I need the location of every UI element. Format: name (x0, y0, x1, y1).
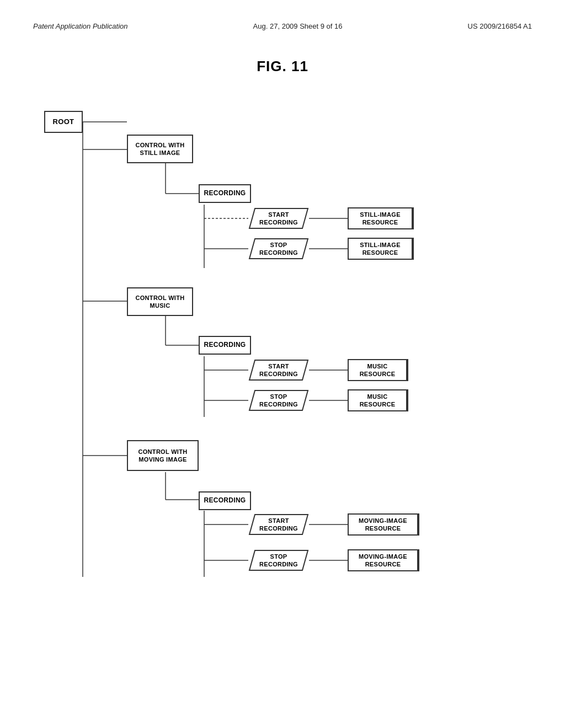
node-start-recording-3: START RECORDING (248, 513, 309, 536)
node-stop-recording-1: STOP RECORDING (248, 238, 309, 260)
node-root: ROOT (44, 111, 83, 133)
node-recording-1: RECORDING (199, 184, 251, 203)
node-recording-2: RECORDING (199, 336, 251, 355)
node-stop-recording-3: STOP RECORDING (248, 549, 309, 571)
node-control-still: CONTROL WITH STILL IMAGE (127, 135, 193, 163)
node-moving-resource-2: MOVING-IMAGE RESOURCE (348, 549, 419, 571)
header-right: US 2009/216854 A1 (468, 22, 532, 30)
header-left: Patent Application Publication (33, 22, 128, 30)
header-center: Aug. 27, 2009 Sheet 9 of 16 (253, 22, 343, 30)
connector-lines (33, 97, 530, 676)
node-moving-resource-1: MOVING-IMAGE RESOURCE (348, 513, 419, 536)
figure-title: FIG. 11 (0, 58, 565, 75)
node-music-resource-1: MUSIC RESOURCE (348, 359, 408, 381)
node-recording-3: RECORDING (199, 491, 251, 510)
diagram: ROOT CONTROL WITH STILL IMAGE RECORDING … (33, 97, 530, 676)
node-control-music: CONTROL WITH MUSIC (127, 287, 193, 316)
node-stop-recording-2: STOP RECORDING (248, 389, 309, 411)
node-still-resource-1: STILL-IMAGE RESOURCE (348, 207, 414, 229)
node-music-resource-2: MUSIC RESOURCE (348, 389, 408, 411)
node-start-recording-2: START RECORDING (248, 359, 309, 381)
page: Patent Application Publication Aug. 27, … (0, 0, 565, 728)
node-control-moving: CONTROL WITH MOVING IMAGE (127, 440, 199, 471)
node-start-recording-1: START RECORDING (248, 207, 309, 229)
node-still-resource-2: STILL-IMAGE RESOURCE (348, 238, 414, 260)
page-header: Patent Application Publication Aug. 27, … (0, 0, 565, 41)
